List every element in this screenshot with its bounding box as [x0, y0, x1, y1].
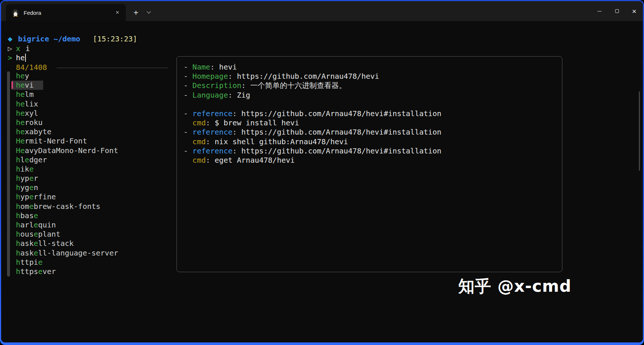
selection-marker: [11, 119, 13, 126]
list-item[interactable]: hey: [11, 71, 39, 81]
selection-marker: [11, 165, 13, 173]
watermark: 知乎 @x-cmd: [458, 275, 571, 297]
selection-marker: [11, 147, 13, 154]
shell-prompt-line: ◆bigrice ~/demo[15:23:23]: [8, 34, 137, 44]
list-item[interactable]: hexyl: [11, 109, 48, 118]
prompt-timestamp: [15:23:23]: [93, 34, 137, 43]
selection-marker: [11, 91, 13, 98]
list-item[interactable]: haskell-language-server: [11, 248, 128, 258]
list-item[interactable]: Hermit-Nerd-Font: [11, 136, 97, 146]
new-tab-button[interactable]: +: [129, 5, 143, 19]
list-item[interactable]: HeavyDataMono-Nerd-Font: [11, 146, 128, 155]
list-item[interactable]: hike: [11, 165, 43, 174]
list-item[interactable]: httpsever: [11, 267, 65, 276]
chevron-down-icon: [147, 9, 151, 13]
minimize-button[interactable]: [591, 1, 608, 21]
titlebar[interactable]: Fedora × + ×: [1, 1, 643, 21]
selection-marker: [11, 203, 13, 210]
selection-marker: [11, 193, 13, 200]
text-cursor: [25, 54, 26, 62]
selection-marker: [11, 100, 13, 108]
command-arg: i: [25, 44, 30, 53]
preview-line: - reference: https://github.com/Arnau478…: [184, 146, 558, 156]
terminal-content[interactable]: ◆bigrice ~/demo[15:23:23] ▷xi >he 84/140…: [1, 21, 643, 342]
list-scrollbar[interactable]: [7, 71, 10, 277]
selection-marker: [11, 258, 13, 266]
selection-marker: [11, 230, 13, 238]
selection-marker: [11, 249, 13, 257]
terminal-scrollbar[interactable]: [639, 91, 640, 171]
search-query: he: [16, 53, 25, 62]
selection-marker: [11, 221, 13, 229]
maximize-button[interactable]: [608, 1, 626, 21]
preview-content: - Name: hevi- Homepage: https://github.c…: [184, 62, 558, 165]
command-name: x: [16, 44, 20, 53]
selection-marker: [11, 212, 13, 219]
selection-marker: [11, 268, 13, 275]
command-line: ▷xi: [8, 44, 30, 53]
search-line[interactable]: >he: [8, 53, 26, 62]
selection-marker: [11, 109, 13, 117]
tab-dropdown-button[interactable]: [143, 5, 155, 19]
tab-title: Fedora: [24, 10, 41, 16]
window-frame: Fedora × + × ◆bigrice ~/demo[15:23:23] ▷…: [0, 0, 644, 345]
preview-line: - reference: https://github.com/Arnau478…: [184, 128, 558, 137]
list-item[interactable]: hyper: [11, 174, 48, 183]
prompt-diamond-icon: ◆: [8, 34, 13, 43]
preview-line: cmd: nix shell github:Arnau478/hevi: [184, 137, 558, 146]
terminal-window: Fedora × + × ◆bigrice ~/demo[15:23:23] ▷…: [1, 1, 643, 342]
list-item[interactable]: hledger: [11, 155, 56, 165]
list-item[interactable]: houseplant: [11, 230, 70, 239]
prompt-user-path: bigrice ~/demo: [18, 34, 80, 43]
selection-marker: [11, 175, 13, 182]
preview-line: - Homepage: https://github.com/Arnau478/…: [184, 72, 558, 81]
list-item[interactable]: hyperfine: [11, 192, 65, 202]
list-item[interactable]: homebrew-cask-fonts: [11, 202, 110, 211]
list-item[interactable]: httpie: [11, 258, 52, 267]
list-item-selected[interactable]: hevi: [11, 81, 43, 90]
selection-marker: [11, 128, 13, 135]
command-marker-icon: ▷: [8, 44, 12, 53]
search-prompt-icon: >: [8, 53, 12, 62]
tab-fedora[interactable]: Fedora ×: [6, 4, 126, 21]
preview-line: - Name: hevi: [184, 62, 558, 72]
preview-panel: - Name: hevi- Homepage: https://github.c…: [177, 56, 562, 272]
selection-marker: [11, 184, 13, 191]
window-controls: ×: [591, 1, 643, 21]
counter-line: 84/1408: [16, 62, 168, 72]
result-counter: 84/1408: [16, 63, 47, 72]
preview-line: - Language: Zig: [184, 91, 558, 100]
selection-marker: [11, 137, 13, 145]
close-button[interactable]: ×: [626, 1, 643, 21]
counter-separator-line: [56, 68, 168, 68]
list-item[interactable]: harlequin: [11, 220, 65, 230]
preview-line: - reference: https://github.com/Arnau478…: [184, 109, 558, 118]
preview-line: cmd: eget Arnau478/hevi: [184, 156, 558, 165]
preview-line: - Description: 一个简单的十六进制查看器。: [184, 81, 558, 90]
selection-marker: [11, 240, 13, 247]
list-item[interactable]: hexabyte: [11, 127, 61, 136]
maximize-icon: [615, 9, 619, 13]
selection-marker: [11, 72, 13, 80]
list-item[interactable]: helm: [11, 90, 43, 99]
tab-close-icon[interactable]: ×: [113, 8, 122, 17]
preview-line: [184, 100, 558, 109]
linux-penguin-icon: [12, 9, 19, 17]
list-item[interactable]: haskell-stack: [11, 239, 83, 248]
package-list: heyhevihelmhelixhexylherokuhexabyteHermi…: [11, 71, 128, 276]
minimize-icon: [597, 11, 602, 11]
selection-marker: [11, 156, 13, 163]
list-item[interactable]: helix: [11, 99, 48, 109]
list-item[interactable]: hbase: [11, 211, 48, 220]
selection-marker: [11, 81, 13, 89]
preview-line: cmd: $ brew install hevi: [184, 118, 558, 128]
list-item[interactable]: heroku: [11, 118, 52, 127]
list-item[interactable]: hygen: [11, 183, 48, 192]
